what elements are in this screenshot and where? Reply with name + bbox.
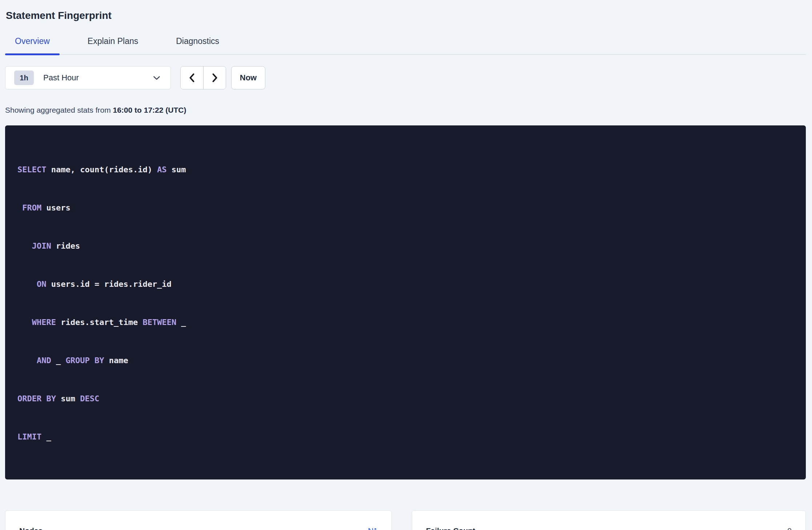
sql-line: AND _ GROUP BY name (17, 354, 791, 367)
sql-token: rides (51, 241, 80, 250)
sql-token: ORDER BY (17, 394, 56, 403)
execution-attributes-card: Failure Count 0 Full scan? Yes Vectorize… (412, 510, 806, 530)
tab-overview[interactable]: Overview (5, 36, 60, 54)
sql-line: FROM users (17, 201, 791, 214)
stat-label: Failure Count (426, 526, 475, 530)
stat-row: Failure Count 0 (426, 521, 792, 530)
tab-explain-plans[interactable]: Explain Plans (78, 36, 148, 54)
stat-label: Nodes (19, 526, 43, 530)
sql-token: JOIN (32, 241, 51, 250)
nodes-link[interactable]: N1 (368, 526, 378, 530)
time-controls: 1h Past Hour Now (5, 66, 806, 89)
sql-token: users.id = rides.rider_id (46, 280, 171, 289)
sql-token (17, 241, 32, 250)
next-interval-button[interactable] (203, 67, 226, 89)
sql-line: WHERE rides.start_time BETWEEN _ (17, 316, 791, 329)
sql-token: _ (51, 356, 66, 365)
sql-token: GROUP BY (65, 356, 104, 365)
interval-badge: 1h (14, 71, 34, 85)
sql-statement-box: SELECT name, count(rides.id) AS sum FROM… (5, 125, 806, 479)
interval-label: Past Hour (43, 73, 153, 83)
stats-note: Showing aggregated stats from 16:00 to 1… (5, 105, 806, 115)
time-nav-group (180, 66, 226, 89)
sql-token: _ (41, 432, 51, 441)
sql-token: AS (157, 165, 167, 174)
sql-token: FROM (22, 203, 41, 212)
prev-interval-button[interactable] (181, 67, 203, 89)
sql-token: sum (56, 394, 80, 403)
chevron-down-icon (153, 76, 160, 80)
stats-note-prefix: Showing aggregated stats from (5, 106, 113, 114)
sql-token (17, 280, 37, 289)
statement-details-card: Nodes N1 Regions local Database movr App… (5, 510, 392, 530)
sql-token: rides.start_time (56, 318, 142, 327)
stat-value: 0 (787, 526, 792, 530)
chevron-left-icon (188, 73, 196, 83)
sql-token (17, 203, 22, 212)
sql-token: WHERE (32, 318, 56, 327)
chevron-right-icon (211, 73, 218, 83)
sql-token: name, count(rides.id) (46, 165, 157, 174)
stat-row: Nodes N1 (19, 521, 378, 530)
sql-line: ORDER BY sum DESC (17, 392, 791, 405)
time-interval-picker[interactable]: 1h Past Hour (5, 66, 171, 89)
sql-token (17, 356, 37, 365)
sql-line: ON users.id = rides.rider_id (17, 278, 791, 290)
sql-line: SELECT name, count(rides.id) AS sum (17, 163, 791, 176)
sql-token: LIMIT (17, 432, 41, 441)
sql-token: ON (37, 280, 47, 289)
page-title: Statement Fingerprint (6, 9, 806, 22)
overview-cards-row: Nodes N1 Regions local Database movr App… (5, 510, 806, 530)
sql-token: sum (167, 165, 186, 174)
sql-token: _ (176, 318, 186, 327)
sql-line: JOIN rides (17, 240, 791, 252)
sql-token: DESC (80, 394, 99, 403)
sql-token: SELECT (17, 165, 46, 174)
tab-diagnostics[interactable]: Diagnostics (166, 36, 229, 54)
now-button[interactable]: Now (231, 66, 265, 89)
statement-fingerprint-page: Statement Fingerprint Overview Explain P… (0, 0, 812, 530)
sql-token: users (41, 203, 70, 212)
sql-token: name (104, 356, 128, 365)
sql-token (17, 318, 32, 327)
sql-line: LIMIT _ (17, 430, 791, 443)
sql-token: AND (37, 356, 51, 365)
sql-token: BETWEEN (142, 318, 176, 327)
stats-note-range: 16:00 to 17:22 (UTC) (113, 106, 186, 114)
tab-bar: Overview Explain Plans Diagnostics (5, 36, 806, 55)
